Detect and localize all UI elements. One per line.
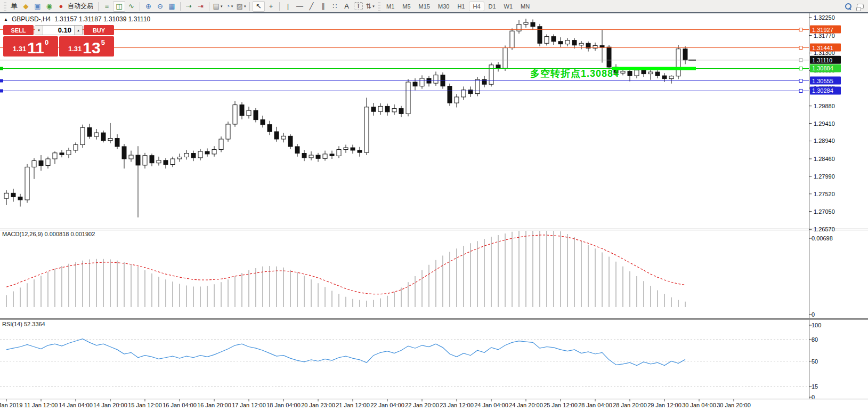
- level-lines[interactable]: [0, 28, 809, 93]
- macd-scale-label: 0: [812, 311, 815, 318]
- price-badge: 1.31927: [810, 26, 841, 34]
- rsi-scale-label: 0: [812, 394, 815, 400]
- time-axis-label: 28 Jan 04:00: [578, 402, 612, 408]
- time-axis: 10 Jan 201911 Jan 12:0014 Jan 04:0014 Ja…: [0, 399, 751, 408]
- svg-text:1.31441: 1.31441: [812, 45, 833, 51]
- buy-price-pip: 5: [101, 38, 105, 46]
- collapse-arrow-icon[interactable]: ▲: [4, 17, 8, 22]
- rsi-name: RSI(14): [2, 321, 22, 327]
- time-axis-label: 29 Jan 12:00: [647, 402, 682, 408]
- macd-values: 0.000818 0.001902: [44, 231, 95, 237]
- price-tick-label: 1.27050: [814, 208, 835, 215]
- ohlc-values: 1.31157 1.31187 1.31039 1.31110: [54, 15, 150, 23]
- time-axis-label: 30 Jan 20:00: [717, 402, 751, 408]
- rsi-value: 52.3364: [24, 321, 45, 327]
- price-tick-label: 1.29880: [814, 103, 835, 109]
- price-badge: 1.30555: [810, 77, 841, 85]
- time-axis-label: 24 Jan 04:00: [474, 402, 508, 408]
- support-highlight[interactable]: [612, 67, 696, 70]
- price-tick-label: 1.27990: [814, 173, 835, 180]
- time-axis-label: 14 Jan 04:00: [59, 402, 93, 408]
- time-axis-label: 23 Jan 12:00: [440, 402, 474, 408]
- svg-text:1.31110: 1.31110: [812, 57, 832, 63]
- price-badge: 1.30884: [810, 64, 841, 72]
- rsi-scale-label: 100: [812, 322, 821, 328]
- pivot-annotation: 多空转折点1.30884: [530, 67, 619, 80]
- price-badge: 1.31441: [810, 44, 841, 52]
- price-axis: 1.322501.317701.313001.308301.303601.298…: [809, 14, 841, 400]
- price-tick-label: 1.27520: [814, 191, 835, 197]
- svg-text:1.30884: 1.30884: [812, 65, 833, 71]
- macd-signal-line: [6, 235, 685, 294]
- time-axis-label: 30 Jan 04:00: [682, 402, 716, 408]
- time-axis-label: 16 Jan 04:00: [163, 402, 197, 408]
- price-badge: 1.30284: [810, 86, 841, 94]
- time-axis-label: 20 Jan 23:00: [301, 402, 335, 408]
- time-axis-label: 28 Jan 20:00: [613, 402, 647, 408]
- sell-price-base: 1.31: [13, 45, 26, 53]
- rsi-scale-label: 50: [812, 358, 818, 365]
- sell-price-big: 11: [27, 41, 44, 55]
- macd-indicator-label: MACD(12,26,9) 0.000818 0.001902: [2, 231, 95, 237]
- time-axis-label: 16 Jan 20:00: [197, 402, 231, 408]
- svg-text:1.30555: 1.30555: [812, 78, 833, 84]
- volume-decrease-button[interactable]: ▾: [35, 26, 43, 35]
- volume-stepper: ▾ ▴: [35, 25, 83, 35]
- svg-text:1.30284: 1.30284: [812, 87, 833, 94]
- price-tick-label: 1.28460: [814, 156, 835, 162]
- buy-button[interactable]: BUY: [84, 25, 114, 35]
- buy-price-box[interactable]: 1.31 13 5: [59, 36, 114, 57]
- time-axis-label: 24 Jan 20:00: [509, 402, 543, 408]
- time-axis-label: 25 Jan 12:00: [543, 402, 578, 408]
- sell-button[interactable]: SELL: [3, 25, 34, 35]
- price-badge: 1.31110: [810, 56, 841, 64]
- mt4-window: 单◆▣◉●自动交易≡◫∿⊕⊖▦⇢⇥▤▾◔▾▨▾↖+|—╱∥∷AT⇅▾M1M5M1…: [0, 0, 868, 411]
- svg-text:1.31927: 1.31927: [812, 27, 833, 33]
- macd-name: MACD(12,26,9): [2, 231, 43, 237]
- macd-splitter[interactable]: [0, 229, 868, 230]
- rsi-indicator-label: RSI(14) 52.3364: [2, 321, 45, 327]
- volume-increase-button[interactable]: ▴: [74, 26, 82, 35]
- macd-scale-label: 0.00698: [812, 235, 833, 241]
- time-axis-label: 22 Jan 20:00: [405, 402, 439, 408]
- time-axis-label: 14 Jan 20:00: [93, 402, 127, 408]
- price-tick-label: 1.32250: [814, 14, 835, 21]
- price-tick-label: 1.26570: [814, 226, 835, 232]
- buy-price-base: 1.31: [68, 45, 82, 53]
- rsi-line: [6, 339, 685, 366]
- time-axis-label: 10 Jan 2019: [0, 402, 22, 408]
- time-axis-label: 18 Jan 04:00: [266, 402, 301, 408]
- time-axis-label: 21 Jan 12:00: [336, 402, 370, 408]
- time-axis-label: 15 Jan 12:00: [128, 402, 162, 408]
- pane-frames: [0, 13, 868, 399]
- time-axis-label: 17 Jan 12:00: [232, 402, 266, 408]
- chart-canvas[interactable]: 1.322501.317701.313001.308301.303601.298…: [0, 0, 868, 411]
- buy-price-big: 13: [83, 41, 100, 55]
- one-click-trading-panel: SELL ▾ ▴ BUY 1.31 11 0 1.31 13 5: [3, 25, 114, 57]
- time-axis-label: 11 Jan 12:00: [25, 402, 58, 408]
- price-tick-label: 1.28940: [814, 138, 835, 144]
- symbol-period: GBPUSD-,H4: [12, 15, 51, 23]
- price-tick-label: 1.29410: [814, 120, 835, 127]
- time-axis-label: 22 Jan 04:00: [370, 402, 404, 408]
- sell-price-pip: 0: [45, 38, 48, 46]
- rsi-pane: [6, 339, 685, 366]
- rsi-gridlines: [0, 340, 809, 386]
- rsi-scale-label: 15: [812, 383, 818, 390]
- chart-header: ▲ GBPUSD-,H4 1.31157 1.31187 1.31039 1.3…: [4, 15, 150, 23]
- rsi-scale-label: 80: [812, 336, 818, 343]
- rsi-splitter[interactable]: [0, 319, 868, 320]
- sell-price-box[interactable]: 1.31 11 0: [3, 36, 58, 57]
- macd-pane: [6, 231, 685, 307]
- volume-input[interactable]: [43, 26, 74, 35]
